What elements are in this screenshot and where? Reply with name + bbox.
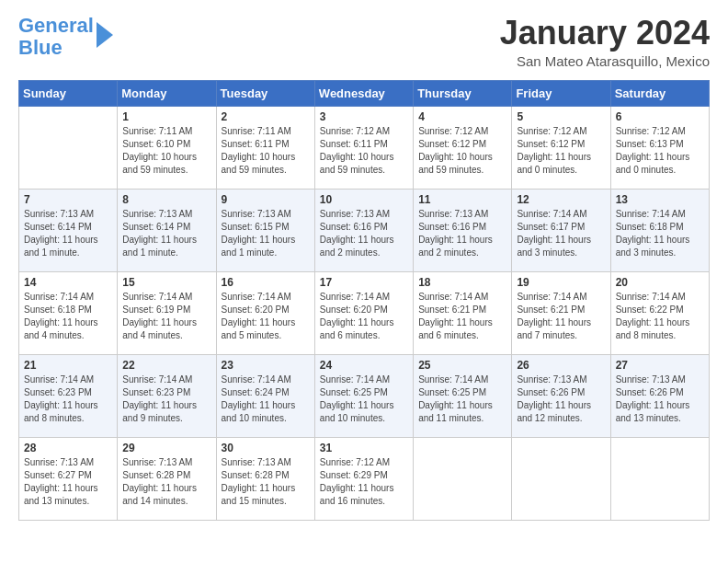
day-info: Sunrise: 7:12 AMSunset: 6:12 PMDaylight:… [517,125,605,177]
day-number: 13 [616,193,704,206]
calendar-day-cell: 26Sunrise: 7:13 AMSunset: 6:26 PMDayligh… [512,354,610,437]
day-number: 9 [222,193,310,206]
day-info: Sunrise: 7:13 AMSunset: 6:15 PMDaylight:… [222,208,310,259]
calendar-day-cell: 23Sunrise: 7:14 AMSunset: 6:24 PMDayligh… [216,354,314,437]
calendar-week-row: 1Sunrise: 7:11 AMSunset: 6:10 PMDaylight… [19,106,710,189]
calendar-day-cell: 16Sunrise: 7:14 AMSunset: 6:20 PMDayligh… [216,271,314,354]
day-number: 26 [517,359,605,372]
day-info: Sunrise: 7:13 AMSunset: 6:27 PMDaylight:… [24,456,112,508]
day-of-week-header: Sunday [19,80,118,106]
day-number: 17 [320,276,408,289]
calendar-day-cell: 15Sunrise: 7:14 AMSunset: 6:19 PMDayligh… [118,271,216,354]
calendar-day-cell: 28Sunrise: 7:13 AMSunset: 6:27 PMDayligh… [19,437,118,520]
calendar-table: SundayMondayTuesdayWednesdayThursdayFrid… [18,80,710,521]
calendar-day-cell: 17Sunrise: 7:14 AMSunset: 6:20 PMDayligh… [314,271,413,354]
day-info: Sunrise: 7:14 AMSunset: 6:23 PMDaylight:… [122,373,210,425]
day-number: 20 [616,276,704,289]
calendar-day-cell: 13Sunrise: 7:14 AMSunset: 6:18 PMDayligh… [610,189,709,271]
day-number: 27 [616,359,704,372]
day-info: Sunrise: 7:14 AMSunset: 6:21 PMDaylight:… [418,291,506,342]
calendar-day-cell: 8Sunrise: 7:13 AMSunset: 6:14 PMDaylight… [118,189,216,271]
logo-arrow-icon [97,22,113,48]
calendar-day-cell [414,437,512,520]
day-number: 3 [320,110,408,123]
calendar-body: 1Sunrise: 7:11 AMSunset: 6:10 PMDaylight… [19,106,710,520]
day-info: Sunrise: 7:14 AMSunset: 6:18 PMDaylight:… [24,291,112,342]
day-info: Sunrise: 7:14 AMSunset: 6:19 PMDaylight:… [122,291,210,342]
day-info: Sunrise: 7:11 AMSunset: 6:11 PMDaylight:… [222,125,310,177]
calendar-day-cell: 14Sunrise: 7:14 AMSunset: 6:18 PMDayligh… [19,271,118,354]
calendar-week-row: 14Sunrise: 7:14 AMSunset: 6:18 PMDayligh… [19,271,710,354]
calendar-day-cell: 22Sunrise: 7:14 AMSunset: 6:23 PMDayligh… [118,354,216,437]
day-info: Sunrise: 7:14 AMSunset: 6:25 PMDaylight:… [320,373,408,425]
day-of-week-header: Saturday [610,80,709,106]
day-info: Sunrise: 7:14 AMSunset: 6:18 PMDaylight:… [616,208,704,259]
day-info: Sunrise: 7:14 AMSunset: 6:22 PMDaylight:… [616,291,704,342]
day-info: Sunrise: 7:13 AMSunset: 6:28 PMDaylight:… [222,456,310,508]
day-info: Sunrise: 7:14 AMSunset: 6:20 PMDaylight:… [222,291,310,342]
day-info: Sunrise: 7:12 AMSunset: 6:11 PMDaylight:… [320,125,408,177]
day-number: 5 [517,110,605,123]
calendar-day-cell: 9Sunrise: 7:13 AMSunset: 6:15 PMDaylight… [216,189,314,271]
day-info: Sunrise: 7:14 AMSunset: 6:23 PMDaylight:… [24,373,112,425]
day-info: Sunrise: 7:13 AMSunset: 6:14 PMDaylight:… [24,208,112,259]
day-info: Sunrise: 7:13 AMSunset: 6:26 PMDaylight:… [616,373,704,425]
calendar-day-cell: 18Sunrise: 7:14 AMSunset: 6:21 PMDayligh… [414,271,512,354]
calendar-day-cell: 25Sunrise: 7:14 AMSunset: 6:25 PMDayligh… [414,354,512,437]
page-header: GeneralBlue January 2024 San Mateo Atara… [18,15,710,69]
day-number: 19 [517,276,605,289]
logo-text: GeneralBlue [18,15,94,59]
day-of-week-header: Friday [512,80,610,106]
calendar-day-cell: 7Sunrise: 7:13 AMSunset: 6:14 PMDaylight… [19,189,118,271]
day-info: Sunrise: 7:13 AMSunset: 6:16 PMDaylight:… [418,208,506,259]
day-info: Sunrise: 7:12 AMSunset: 6:13 PMDaylight:… [616,125,704,177]
calendar-day-cell: 6Sunrise: 7:12 AMSunset: 6:13 PMDaylight… [610,106,709,189]
day-info: Sunrise: 7:11 AMSunset: 6:10 PMDaylight:… [122,125,210,177]
day-number: 23 [222,359,310,372]
day-info: Sunrise: 7:12 AMSunset: 6:12 PMDaylight:… [418,125,506,177]
day-of-week-header: Monday [118,80,216,106]
day-info: Sunrise: 7:14 AMSunset: 6:20 PMDaylight:… [320,291,408,342]
day-number: 29 [122,442,210,454]
calendar-day-cell: 2Sunrise: 7:11 AMSunset: 6:11 PMDaylight… [216,106,314,189]
day-info: Sunrise: 7:14 AMSunset: 6:25 PMDaylight:… [418,373,506,425]
day-number: 1 [122,110,210,123]
day-number: 28 [24,442,112,454]
calendar-day-cell: 21Sunrise: 7:14 AMSunset: 6:23 PMDayligh… [19,354,118,437]
calendar-day-cell [512,437,610,520]
day-info: Sunrise: 7:13 AMSunset: 6:14 PMDaylight:… [122,208,210,259]
day-number: 11 [418,193,506,206]
day-number: 7 [24,193,112,206]
calendar-day-cell: 19Sunrise: 7:14 AMSunset: 6:21 PMDayligh… [512,271,610,354]
calendar-day-cell: 31Sunrise: 7:12 AMSunset: 6:29 PMDayligh… [314,437,413,520]
day-number: 8 [122,193,210,206]
day-number: 14 [24,276,112,289]
calendar-day-cell [610,437,709,520]
calendar-week-row: 7Sunrise: 7:13 AMSunset: 6:14 PMDaylight… [19,189,710,271]
day-info: Sunrise: 7:14 AMSunset: 6:24 PMDaylight:… [222,373,310,425]
calendar-day-cell: 12Sunrise: 7:14 AMSunset: 6:17 PMDayligh… [512,189,610,271]
calendar-day-cell: 29Sunrise: 7:13 AMSunset: 6:28 PMDayligh… [118,437,216,520]
calendar-week-row: 21Sunrise: 7:14 AMSunset: 6:23 PMDayligh… [19,354,710,437]
day-number: 4 [418,110,506,123]
day-number: 10 [320,193,408,206]
calendar-day-cell: 4Sunrise: 7:12 AMSunset: 6:12 PMDaylight… [414,106,512,189]
day-number: 12 [517,193,605,206]
calendar-day-cell: 27Sunrise: 7:13 AMSunset: 6:26 PMDayligh… [610,354,709,437]
title-block: January 2024 San Mateo Atarasquillo, Mex… [500,15,710,69]
logo: GeneralBlue [18,15,113,59]
day-info: Sunrise: 7:13 AMSunset: 6:28 PMDaylight:… [122,456,210,508]
calendar-day-cell: 20Sunrise: 7:14 AMSunset: 6:22 PMDayligh… [610,271,709,354]
calendar-week-row: 28Sunrise: 7:13 AMSunset: 6:27 PMDayligh… [19,437,710,520]
day-number: 31 [320,442,408,454]
day-number: 2 [222,110,310,123]
day-number: 15 [122,276,210,289]
days-header-row: SundayMondayTuesdayWednesdayThursdayFrid… [19,80,710,106]
day-info: Sunrise: 7:13 AMSunset: 6:26 PMDaylight:… [517,373,605,425]
month-title: January 2024 [500,15,710,52]
calendar-day-cell: 1Sunrise: 7:11 AMSunset: 6:10 PMDaylight… [118,106,216,189]
day-info: Sunrise: 7:14 AMSunset: 6:21 PMDaylight:… [517,291,605,342]
location-subtitle: San Mateo Atarasquillo, Mexico [500,53,710,69]
calendar-header: SundayMondayTuesdayWednesdayThursdayFrid… [19,80,710,106]
day-number: 21 [24,359,112,372]
